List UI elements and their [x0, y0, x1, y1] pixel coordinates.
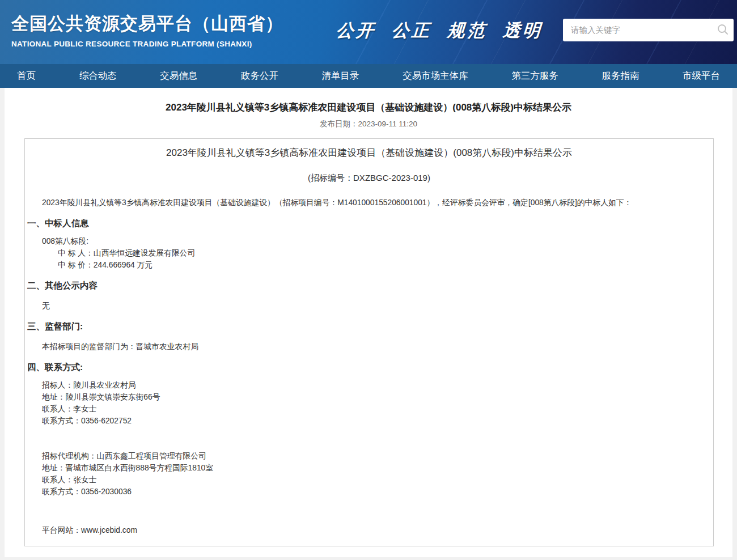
agency-name: 招标代理机构：山西东鑫工程项目管理有限公司: [42, 450, 711, 462]
site-subtitle: NATIONAL PUBLIC RESOURCE TRADING PLATFOR…: [11, 40, 283, 48]
nav-item-market-entity-db[interactable]: 交易市场主体库: [403, 70, 468, 82]
nav-item-third-party[interactable]: 第三方服务: [511, 70, 558, 82]
search-input[interactable]: [563, 19, 712, 41]
tenderer-contact-person: 联系人：李女士: [42, 403, 711, 415]
nav-item-news[interactable]: 综合动态: [79, 70, 117, 82]
site-slogan: 公开 公正 规范 透明: [336, 19, 544, 43]
main-nav: 首页 综合动态 交易信息 政务公开 清单目录 交易市场主体库 第三方服务 服务指…: [0, 64, 737, 88]
section4-heading: 四、联系方式:: [27, 362, 711, 374]
agency-address: 地址：晋城市城区白水西街888号方程国际1810室: [42, 462, 711, 474]
site-header: 全国公共资源交易平台（山西省） NATIONAL PUBLIC RESOURCE…: [0, 0, 737, 64]
bid-number: (招标编号：DXZBGC-2023-019): [27, 173, 711, 184]
nav-item-trading-info[interactable]: 交易信息: [160, 70, 197, 82]
nav-item-list-catalog[interactable]: 清单目录: [322, 70, 359, 82]
platform-website: 平台网站：www.jcebid.com: [42, 524, 711, 536]
agency-contact-block: 招标代理机构：山西东鑫工程项目管理有限公司 地址：晋城市城区白水西街888号方程…: [27, 450, 711, 498]
agency-phone: 联系方式：0356-2030036: [42, 486, 711, 498]
section3-content: 本招标项目的监督部门为：晋城市农业农村局: [42, 341, 711, 353]
publish-date-value: 2023-09-11 11:20: [358, 120, 417, 128]
publish-date: 发布日期：2023-09-11 11:20: [5, 119, 732, 129]
publish-date-label: 发布日期：: [320, 120, 358, 128]
section2-content: 无: [42, 300, 711, 312]
section1-price: 中 标 价：244.666964 万元: [58, 259, 711, 271]
tenderer-phone: 联系方式：0356-6202752: [42, 415, 711, 427]
intro-paragraph: 2023年陵川县礼义镇等3乡镇高标准农田建设项目（基础设施建设）（招标项目编号：…: [42, 197, 700, 209]
main-content: 2023年陵川县礼义镇等3乡镇高标准农田建设项目（基础设施建设）(008第八标段…: [5, 88, 732, 557]
site-title: 全国公共资源交易平台（山西省）: [11, 12, 283, 36]
section1-winner: 中 标 人：山西华恒远建设发展有限公司: [58, 247, 711, 259]
section2-heading: 二、其他公示内容: [27, 280, 711, 292]
slogan-word: 公开: [336, 19, 377, 43]
slogan-word: 公正: [391, 19, 433, 43]
nav-item-gov-disclosure[interactable]: 政务公开: [241, 70, 278, 82]
search-icon: [717, 23, 729, 37]
nav-item-service-guide[interactable]: 服务指南: [602, 70, 639, 82]
tenderer-address: 地址：陵川县崇文镇崇安东街66号: [42, 391, 711, 403]
tenderer-name: 招标人：陵川县农业农村局: [42, 379, 711, 391]
section1-heading: 一、中标人信息: [27, 218, 711, 230]
slogan-word: 规范: [447, 19, 488, 43]
slogan-word: 透明: [502, 19, 544, 43]
section3-heading: 三、监督部门:: [27, 321, 711, 333]
site-logo[interactable]: 全国公共资源交易平台（山西省） NATIONAL PUBLIC RESOURCE…: [11, 12, 283, 48]
nav-item-home[interactable]: 首页: [17, 70, 36, 82]
page-title: 2023年陵川县礼义镇等3乡镇高标准农田建设项目（基础设施建设）(008第八标段…: [5, 101, 732, 114]
announcement-document: 2023年陵川县礼义镇等3乡镇高标准农田建设项目（基础设施建设）(008第八标段…: [24, 138, 714, 546]
tenderer-contact-block: 招标人：陵川县农业农村局 地址：陵川县崇文镇崇安东街66号 联系人：李女士 联系…: [27, 379, 711, 427]
section1-lot: 008第八标段:: [42, 235, 711, 247]
nav-item-city-platform[interactable]: 市级平台: [683, 70, 720, 82]
document-title: 2023年陵川县礼义镇等3乡镇高标准农田建设项目（基础设施建设）(008第八标段…: [27, 146, 711, 159]
search-button[interactable]: [712, 19, 734, 41]
search-box: [563, 19, 734, 41]
agency-contact-person: 联系人：张女士: [42, 474, 711, 486]
